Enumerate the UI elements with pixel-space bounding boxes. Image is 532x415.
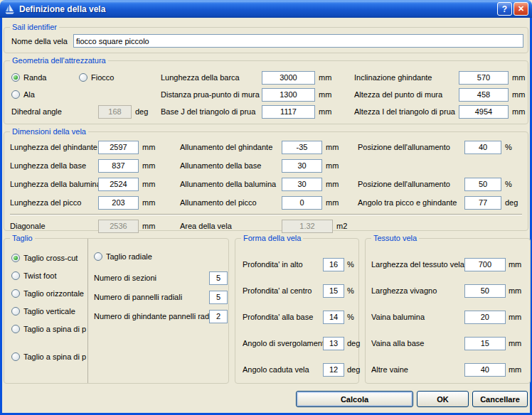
radio-randa[interactable]: Randa: [11, 73, 79, 82]
leech-round-position-input[interactable]: [464, 178, 501, 191]
group-geometria: Geometria dell'attrezzatura Randa Fiocco: [4, 60, 528, 124]
leech-round-input[interactable]: [282, 178, 322, 191]
selvage-width-input[interactable]: [464, 284, 506, 298]
unit-label: m2: [336, 222, 356, 230]
cloth-fields-column: Larghezza del tessuto vela mm Larghezza …: [366, 239, 530, 377]
taglio-columns: Taglio cross-cut Twist foot Taglio orizz…: [4, 239, 228, 383]
dialog-content: Sail identifier Nome della vela Geometri…: [0, 18, 532, 415]
radio-taglio-verticale[interactable]: Taglio verticale: [11, 306, 87, 317]
radio-fiocco[interactable]: Fiocco: [79, 73, 114, 82]
unit-label: %: [347, 313, 354, 321]
foretriangle-base-input[interactable]: [262, 105, 315, 119]
head-length-input[interactable]: [98, 196, 139, 210]
radio-taglio-radiale[interactable]: Taglio radiale: [94, 251, 228, 262]
cut-type-column: Taglio cross-cut Twist foot Taglio orizz…: [4, 239, 87, 383]
unit-label: %: [347, 260, 354, 269]
radio-label: Randa: [23, 73, 46, 82]
close-button[interactable]: ✕: [514, 2, 528, 16]
radio-circle: [11, 254, 20, 262]
depth-top-row: Profondita' in alto %: [243, 257, 354, 271]
unit-label: mm: [509, 313, 524, 321]
depth-mid-input[interactable]: [323, 284, 344, 298]
luff-radial-panels-input[interactable]: [209, 310, 228, 323]
unit-label: mm: [142, 198, 161, 207]
radio-label: Twist foot: [23, 271, 56, 280]
sail-area-output: [282, 220, 333, 233]
boat-length-input[interactable]: [262, 71, 315, 85]
selvage-width-row: Larghezza vivagno mm: [371, 284, 524, 298]
foot-round-input[interactable]: [282, 159, 322, 173]
unit-label: deg: [135, 107, 148, 116]
sections-count-input[interactable]: [209, 271, 228, 285]
foot-row: Lunghezza della base mm Allunamento dell…: [4, 158, 528, 173]
luff-round-position-input[interactable]: [464, 141, 501, 154]
bow-tack-distance-label: Distanza prua-punto di mura: [161, 90, 262, 99]
sail-name-input[interactable]: [73, 34, 523, 48]
titlebar[interactable]: Definizione della vela ? ✕: [0, 0, 532, 18]
radio-ala[interactable]: Ala: [11, 90, 35, 99]
group-legend: Forma della vela: [241, 234, 303, 243]
cloth-width-input[interactable]: [464, 258, 506, 271]
radio-circle: [94, 252, 102, 261]
unit-label: %: [505, 180, 512, 188]
cancel-button[interactable]: Cancellare: [472, 391, 528, 407]
group-legend: Tessuto vela: [371, 234, 419, 243]
luff-round-input[interactable]: [282, 141, 322, 154]
twist-angle-input[interactable]: [323, 337, 344, 350]
foot-length-input[interactable]: [98, 159, 139, 173]
depth-foot-input[interactable]: [323, 311, 344, 324]
foot-hem-row: Vaina alla base mm: [371, 336, 524, 350]
other-hems-input[interactable]: [464, 363, 506, 377]
head-round-input[interactable]: [282, 196, 322, 210]
cloth-width-label: Larghezza del tessuto vela: [371, 260, 464, 269]
leech-length-input[interactable]: [98, 178, 139, 191]
ok-button[interactable]: OK: [417, 391, 469, 407]
dihedral-angle-label: Dihedral angle: [11, 107, 98, 116]
group-forma-vela: Forma della vela Profondita' in alto % P…: [235, 238, 359, 384]
radio-taglio-spina-2[interactable]: Taglio a spina di p: [11, 351, 87, 362]
calcola-button[interactable]: Calcola: [296, 391, 413, 407]
bow-tack-distance-input[interactable]: [262, 88, 315, 102]
sail-name-label: Nome della vela: [11, 37, 73, 45]
radio-circle: [11, 289, 20, 298]
tack-height-input[interactable]: [459, 88, 509, 102]
radial-panels-count-label: Numero di pannelli radiali: [94, 293, 209, 301]
radio-cross-cut[interactable]: Taglio cross-cut: [11, 252, 87, 264]
luff-rake-input[interactable]: [459, 71, 509, 85]
foot-hem-input[interactable]: [464, 337, 506, 350]
unit-label: mm: [319, 73, 331, 82]
hull-geometry-column: Lunghezza della barca mm Distanza prua-p…: [161, 70, 354, 122]
radio-label: Taglio verticale: [23, 307, 75, 316]
unit-label: mm: [512, 107, 525, 116]
head-luff-angle-input[interactable]: [464, 196, 501, 210]
foretriangle-height-label: Altezza I del triangolo di prua: [354, 107, 459, 116]
radio-twist-foot[interactable]: Twist foot: [11, 270, 87, 281]
boat-length-label: Lunghezza della barca: [161, 73, 262, 82]
definizione-vela-dialog: Definizione della vela ? ✕ Sail identifi…: [0, 0, 532, 415]
foretriangle-height-input[interactable]: [459, 105, 509, 119]
radial-panels-count-input[interactable]: [209, 291, 228, 304]
unit-label: mm: [326, 143, 345, 151]
radio-taglio-orizzontale[interactable]: Taglio orizzontale: [11, 288, 87, 299]
depth-mid-label: Profondita' al centro: [243, 286, 323, 295]
unit-label: mm: [509, 339, 524, 347]
unit-label: %: [505, 143, 512, 151]
dialog-button-row: Calcola OK Cancellare: [4, 391, 528, 407]
unit-label: mm: [512, 73, 525, 82]
luff-length-input[interactable]: [98, 141, 139, 154]
leech-round-label: Allunamento della balumina: [180, 180, 282, 188]
fall-angle-input[interactable]: [323, 363, 344, 377]
depth-mid-row: Profondita' al centro %: [243, 284, 354, 298]
luff-row: Lunghezza del ghindante mm Allunamento d…: [4, 140, 528, 154]
leech-hem-input[interactable]: [464, 311, 506, 324]
dihedral-angle-input: [98, 105, 132, 119]
luff-radial-panels-label: Numero di ghindante pannelli rad: [94, 312, 209, 320]
depth-top-input[interactable]: [323, 258, 344, 271]
radio-circle: [79, 73, 87, 82]
help-button[interactable]: ?: [497, 2, 512, 16]
other-hems-row: Altre vaine mm: [371, 362, 524, 377]
fall-angle-label: Angolo caduta vela: [243, 365, 323, 374]
radio-taglio-spina-1[interactable]: Taglio a spina di p: [11, 323, 87, 335]
sail-area-label: Area della vela: [180, 222, 282, 230]
geometria-columns: Randa Fiocco Ala Dihe: [4, 61, 528, 122]
